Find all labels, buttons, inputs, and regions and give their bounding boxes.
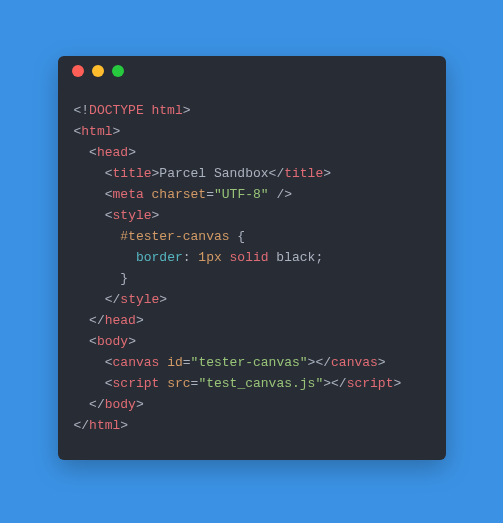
code-line: <meta charset="UTF-8" />	[105, 187, 292, 202]
code-line: <body>	[89, 334, 136, 349]
minimize-icon[interactable]	[92, 65, 104, 77]
zoom-icon[interactable]	[112, 65, 124, 77]
code-line: </head>	[89, 313, 144, 328]
code-line: <title>Parcel Sandbox</title>	[105, 166, 331, 181]
window-titlebar	[58, 56, 446, 86]
code-line: border: 1px solid black;	[136, 250, 323, 265]
code-line: </style>	[105, 292, 167, 307]
code-line: <!DOCTYPE html>	[74, 103, 191, 118]
code-line: <script src="test_canvas.js"></script>	[105, 376, 402, 391]
code-line: <canvas id="tester-canvas"></canvas>	[105, 355, 386, 370]
code-block: <!DOCTYPE html> <html> <head> <title>Par…	[58, 86, 446, 460]
code-line: #tester-canvas {	[120, 229, 245, 244]
code-line: </body>	[89, 397, 144, 412]
close-icon[interactable]	[72, 65, 84, 77]
code-line: </html>	[74, 418, 129, 433]
code-line: <style>	[105, 208, 160, 223]
code-line: }	[120, 271, 128, 286]
code-line: <head>	[89, 145, 136, 160]
code-editor-window: <!DOCTYPE html> <html> <head> <title>Par…	[58, 56, 446, 460]
code-line: <html>	[74, 124, 121, 139]
